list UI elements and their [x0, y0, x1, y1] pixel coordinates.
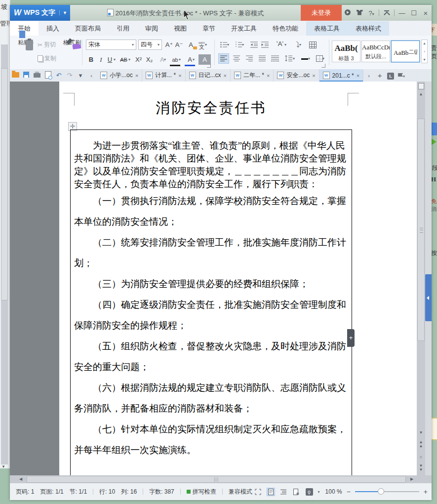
save-button[interactable]	[21, 72, 32, 79]
tab-page-layout[interactable]: 页面布局	[67, 21, 109, 36]
close-tab-icon[interactable]: ×	[178, 73, 181, 79]
close-tab-icon[interactable]: ×	[135, 73, 138, 79]
paragraph[interactable]: （六）根据消防法规的规定建立专职消防队、志愿消防队或义务消防队，并配备相应的消防…	[74, 378, 349, 419]
close-tab-icon[interactable]: ×	[357, 73, 359, 79]
help-icon[interactable]: ?▾	[365, 9, 377, 17]
minimize-button[interactable]: —	[396, 9, 408, 17]
paragraph[interactable]: （三）为消防安全管理提供必要的经费和组织保障；	[74, 274, 349, 294]
skin-icon[interactable]	[354, 9, 365, 17]
scroll-down-icon[interactable]: ▾	[423, 57, 425, 62]
status-word-count[interactable]: 字数: 387	[149, 488, 174, 496]
text-effects-dropdown[interactable]: ▾	[164, 57, 166, 62]
scroll-up-button[interactable]: ▲	[417, 90, 425, 98]
doc-tab-1[interactable]: W小学...oc×	[97, 69, 142, 82]
increase-indent-button[interactable]	[260, 40, 271, 50]
highlight-dropdown[interactable]: ▾	[179, 57, 181, 62]
undo-dropdown[interactable]: ▾	[75, 72, 86, 79]
grow-font-button[interactable]: A⁺	[164, 40, 174, 50]
paste-button[interactable]: 粘贴 ▾	[16, 39, 36, 47]
previous-page-button[interactable]: ▲▲	[417, 440, 425, 448]
distribute-button[interactable]	[270, 53, 280, 64]
decrease-indent-button[interactable]	[249, 40, 260, 50]
numbering-dropdown[interactable]: ▾	[242, 42, 244, 47]
login-button[interactable]: 未登录	[301, 5, 342, 21]
paragraph[interactable]: （二）统筹安排消防安全管理工作，批准实施年度消防工作计划；	[74, 232, 349, 274]
paragraph[interactable]: （一）贯彻执行消防法规，保障学校消防安全符合规定，掌握本单位的消防安全情况；	[74, 191, 349, 232]
outline-view-icon[interactable]	[279, 488, 288, 496]
tab-developer[interactable]: 开发工具	[223, 21, 265, 36]
redo-button[interactable]: ↷	[64, 72, 75, 79]
eye-protection-button[interactable]: ϙ	[305, 488, 314, 496]
strikethrough-button[interactable]: AB	[119, 54, 129, 65]
doc-tab-active[interactable]: W201...c *×	[319, 69, 363, 82]
horizontal-scrollbar[interactable]: ◀ ||| ▶	[10, 475, 425, 483]
align-right-button[interactable]	[244, 53, 255, 64]
paragraph[interactable]: （五）组织防火检查，督促整改火灾隐患，及时处理涉及消防安全的重大问题；	[74, 336, 349, 378]
next-page-button[interactable]: ▼▼	[417, 464, 425, 472]
status-spellcheck[interactable]: 拼写检查	[187, 488, 216, 496]
document-title[interactable]: 消防安全责任书	[70, 98, 352, 118]
paragraph[interactable]: （七）针对本单位的实际情况组织制定灭火和应急疏散预案，并每半年组织一次实施演练。	[74, 419, 349, 461]
paragraph-mark-dropdown[interactable]: ▾	[299, 42, 301, 47]
scroll-right-button[interactable]: ▶	[408, 475, 416, 483]
doc-tab-3[interactable]: W日记...cx×	[186, 69, 231, 82]
expand-gallery-icon[interactable]: ›	[424, 49, 425, 54]
bullets-dropdown[interactable]: ▾	[227, 42, 229, 47]
print-button[interactable]	[32, 72, 42, 79]
zoom-out-button[interactable]: −	[347, 488, 351, 496]
cut-button[interactable]: ✂剪切	[38, 41, 56, 49]
tab-table-style[interactable]: 表格样式	[348, 21, 389, 36]
undo-button[interactable]: ↶	[53, 72, 64, 79]
align-center-button[interactable]	[231, 53, 242, 64]
close-button[interactable]: ×	[420, 9, 432, 17]
align-left-button[interactable]	[218, 53, 229, 64]
font-color-dropdown[interactable]: ▾	[193, 57, 195, 62]
tab-scroll-left-icon[interactable]: ‹	[86, 73, 97, 79]
close-tab-icon[interactable]: ×	[224, 73, 227, 79]
character-shading-button[interactable]: A	[199, 54, 211, 65]
clear-format-button[interactable]: A	[186, 40, 196, 50]
font-family-select[interactable]: 宋体▾	[86, 40, 136, 50]
copy-button[interactable]: 复制	[38, 54, 56, 63]
font-size-select[interactable]: 四号▾	[138, 40, 162, 50]
style-heading3[interactable]: AaBb( 标题 3	[332, 41, 360, 62]
strikethrough-dropdown[interactable]: ▾	[128, 57, 130, 62]
horizontal-scroll-thumb[interactable]: |||	[27, 476, 406, 483]
wps-menu-button[interactable]: W WPS 文字 ▼	[10, 5, 70, 21]
collapse-ribbon-icon[interactable]	[381, 9, 393, 17]
paragraph[interactable]: （四）确定逐级消防安全责任，批准实施消防安全管理制度和保障消防安全的操作规程；	[74, 294, 349, 336]
flag-button[interactable]: ▾	[396, 72, 407, 79]
tab-view[interactable]: 视图	[166, 21, 195, 36]
task-pane-toggle[interactable]	[425, 274, 432, 321]
scroll-left-button[interactable]: ◀	[17, 475, 25, 483]
wps-circle-icon[interactable]	[342, 9, 354, 17]
justify-button[interactable]	[257, 53, 268, 64]
zoom-slider[interactable]	[355, 491, 419, 492]
line-spacing-dropdown[interactable]: ▾	[293, 56, 295, 61]
draw-table-button[interactable]	[307, 40, 318, 50]
select-browse-object-button[interactable]: ○	[417, 453, 425, 461]
vertical-scrollbar[interactable]: ▲ ▼ ▲▲ ○ ▼▼	[417, 82, 425, 475]
page-view-icon[interactable]	[267, 488, 275, 496]
tab-table-tools[interactable]: 表格工具	[306, 21, 348, 36]
doc-tab-5[interactable]: W安全...oc×	[274, 69, 319, 82]
tab-references[interactable]: 引用	[109, 21, 137, 36]
eye-protection-dropdown[interactable]: ▾	[318, 490, 320, 494]
scroll-down-button[interactable]: ▼	[417, 429, 425, 437]
vertical-scroll-thumb[interactable]	[417, 119, 425, 341]
tab-insert[interactable]: 插入	[39, 21, 67, 36]
close-tab-icon[interactable]: ×	[267, 73, 270, 79]
doc-tab-2[interactable]: W计算... *×	[142, 69, 185, 82]
split-view-icon[interactable]	[418, 83, 424, 89]
paragraph[interactable]: 为进一步贯彻落实“谁主管、谁负责”的原则，根据《中华人民共和国消防法》和《机关、…	[74, 139, 349, 191]
paragraph-dialog-launcher[interactable]	[321, 64, 325, 68]
history-button[interactable]: L	[385, 72, 396, 80]
font-dialog-launcher[interactable]	[207, 64, 211, 68]
paragraph-mark-button[interactable]: ⤵	[292, 40, 303, 50]
subscript-button[interactable]: X₂	[144, 54, 155, 65]
close-tab-icon[interactable]: ×	[312, 73, 315, 79]
character-scale-dropdown[interactable]: ▾	[284, 42, 286, 47]
web-view-icon[interactable]	[292, 488, 301, 496]
print-preview-button[interactable]	[42, 71, 53, 80]
phonetic-guide-button[interactable]: wén文▾	[198, 40, 208, 50]
